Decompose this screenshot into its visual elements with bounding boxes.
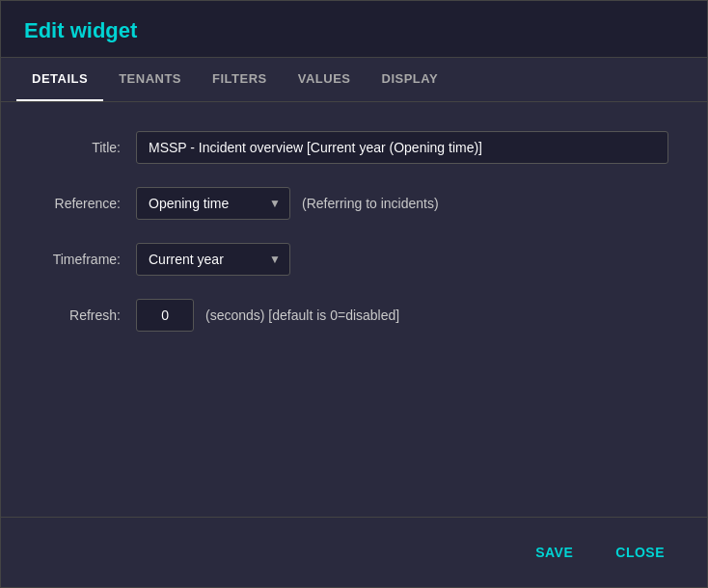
tab-tenants[interactable]: TENANTS [103, 58, 197, 101]
title-row: Title: [40, 131, 668, 164]
title-label: Title: [40, 140, 136, 155]
edit-widget-dialog: Edit widget DETAILS TENANTS FILTERS VALU… [0, 0, 708, 588]
tab-filters[interactable]: FILTERS [197, 58, 283, 101]
timeframe-select[interactable]: Current year Last year Current month Las… [136, 243, 290, 276]
dialog-header: Edit widget [1, 1, 707, 58]
refresh-input[interactable] [136, 299, 194, 332]
dialog-footer: SAVE CLOSE [1, 517, 707, 587]
reference-note: (Referring to incidents) [302, 196, 439, 211]
tab-values[interactable]: VALUES [283, 58, 367, 101]
title-input[interactable] [136, 131, 668, 164]
reference-select-wrapper: Opening time Closing time Update time ▼ [136, 187, 290, 220]
close-button[interactable]: CLOSE [596, 533, 684, 572]
refresh-label: Refresh: [40, 307, 136, 323]
dialog-body: Title: Reference: Opening time Closing t… [1, 102, 707, 517]
timeframe-label: Timeframe: [40, 252, 136, 267]
reference-select[interactable]: Opening time Closing time Update time [136, 187, 290, 220]
refresh-note: (seconds) [default is 0=disabled] [205, 307, 399, 323]
save-button[interactable]: SAVE [516, 533, 592, 572]
reference-label: Reference: [40, 196, 136, 211]
tab-display[interactable]: DISPLAY [367, 58, 454, 101]
tab-details[interactable]: DETAILS [16, 58, 103, 101]
tab-bar: DETAILS TENANTS FILTERS VALUES DISPLAY [1, 58, 707, 102]
dialog-title: Edit widget [24, 18, 684, 43]
refresh-row: Refresh: (seconds) [default is 0=disable… [40, 299, 668, 332]
reference-row: Reference: Opening time Closing time Upd… [40, 187, 668, 220]
timeframe-select-wrapper: Current year Last year Current month Las… [136, 243, 290, 276]
timeframe-row: Timeframe: Current year Last year Curren… [40, 243, 668, 276]
